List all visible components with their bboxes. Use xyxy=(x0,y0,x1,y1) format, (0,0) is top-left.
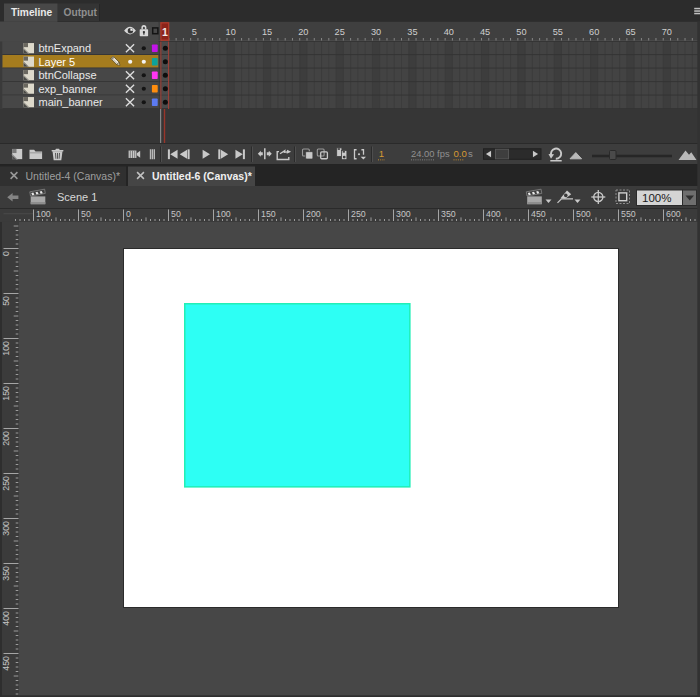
svg-text:400: 400 xyxy=(486,209,501,219)
svg-text:550: 550 xyxy=(621,209,636,219)
svg-text:main_banner: main_banner xyxy=(39,96,104,108)
svg-text:55: 55 xyxy=(553,27,563,37)
svg-text:350: 350 xyxy=(1,566,11,581)
svg-text:70: 70 xyxy=(662,27,672,37)
svg-text:150: 150 xyxy=(1,386,11,401)
svg-text:100: 100 xyxy=(1,341,11,356)
svg-text:Untitled-6 (Canvas)*: Untitled-6 (Canvas)* xyxy=(152,170,253,182)
svg-text:65: 65 xyxy=(625,27,635,37)
svg-text:450: 450 xyxy=(531,209,546,219)
svg-text:50: 50 xyxy=(81,209,91,219)
svg-text:s: s xyxy=(468,148,473,159)
svg-text:45: 45 xyxy=(480,27,490,37)
svg-text:100: 100 xyxy=(36,209,51,219)
svg-text:400: 400 xyxy=(1,611,11,626)
svg-text:600: 600 xyxy=(666,209,681,219)
svg-text:50: 50 xyxy=(1,296,11,306)
svg-text:24.00 fps: 24.00 fps xyxy=(411,148,450,159)
svg-text:50: 50 xyxy=(516,27,526,37)
svg-text:40: 40 xyxy=(444,27,454,37)
svg-text:1: 1 xyxy=(162,26,168,38)
svg-text:350: 350 xyxy=(441,209,456,219)
svg-text:Scene 1: Scene 1 xyxy=(57,191,97,203)
svg-text:250: 250 xyxy=(351,209,366,219)
svg-text:25: 25 xyxy=(335,27,345,37)
svg-text:200: 200 xyxy=(1,431,11,446)
svg-text:200: 200 xyxy=(306,209,321,219)
svg-text:Layer 5: Layer 5 xyxy=(39,56,76,68)
svg-text:0.0: 0.0 xyxy=(454,148,467,159)
svg-text:btnCollapse: btnCollapse xyxy=(39,69,97,81)
svg-text:exp_banner: exp_banner xyxy=(39,83,97,95)
svg-text:Untitled-4 (Canvas)*: Untitled-4 (Canvas)* xyxy=(26,170,121,182)
svg-text:Output: Output xyxy=(64,7,98,18)
svg-text:500: 500 xyxy=(576,209,591,219)
svg-text:60: 60 xyxy=(589,27,599,37)
svg-text:300: 300 xyxy=(396,209,411,219)
svg-text:1: 1 xyxy=(379,148,384,159)
svg-text:250: 250 xyxy=(1,476,11,491)
svg-text:300: 300 xyxy=(1,521,11,536)
svg-text:100: 100 xyxy=(216,209,231,219)
svg-text:30: 30 xyxy=(371,27,381,37)
svg-text:150: 150 xyxy=(261,209,276,219)
svg-text:35: 35 xyxy=(407,27,417,37)
svg-text:btnExpand: btnExpand xyxy=(39,42,92,54)
svg-text:Timeline: Timeline xyxy=(11,7,52,18)
svg-text:5: 5 xyxy=(192,27,197,37)
svg-text:0: 0 xyxy=(126,209,131,219)
svg-text:10: 10 xyxy=(226,27,236,37)
svg-text:0: 0 xyxy=(1,251,11,256)
svg-text:450: 450 xyxy=(1,656,11,671)
svg-text:15: 15 xyxy=(262,27,272,37)
svg-text:100%: 100% xyxy=(642,192,671,204)
svg-text:20: 20 xyxy=(298,27,308,37)
svg-text:50: 50 xyxy=(171,209,181,219)
